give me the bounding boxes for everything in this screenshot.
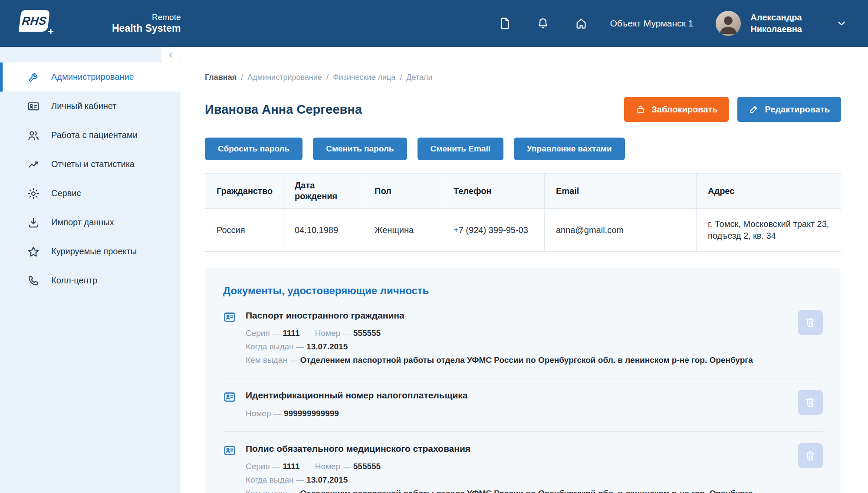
document-item-medical-insurance: Полис обязательного медицинского страхов… (223, 443, 823, 493)
main-content: Главная / Администрирование / Физические… (181, 47, 868, 493)
breadcrumb-administration[interactable]: Администрирование (247, 73, 322, 82)
reset-password-button[interactable]: Сбросить пароль (205, 138, 302, 160)
delete-document-button[interactable] (798, 310, 823, 335)
edit-button[interactable]: Редактировать (737, 97, 841, 122)
cell-phone: +7 (924) 399-95-03 (442, 209, 545, 252)
document-series-number-line: Серия — 1111 Номер — 555555 (246, 460, 783, 473)
documents-section-title: Документы, удостоверяющие личность (223, 285, 823, 297)
document-body: Полис обязательного медицинского страхов… (246, 443, 798, 493)
lock-icon (635, 104, 646, 115)
document-body: Идентификационный номер налогоплательщик… (246, 390, 798, 420)
document-divider (223, 378, 823, 378)
rhs-logo: RHS + (20, 9, 55, 38)
trash-icon (804, 396, 816, 408)
document-series-number-line: Серия — 1111 Номер — 555555 (246, 326, 783, 340)
chevron-left-icon (167, 51, 175, 59)
cell-address: г. Томск, Московский тракт 23, подъезд 2… (697, 209, 841, 252)
id-document-icon (223, 391, 236, 404)
id-document-icon (223, 311, 236, 324)
brand-text: Remote Health System (112, 13, 181, 34)
table-header-row: Гражданство Дата рождения Пол Телефон Em… (205, 174, 841, 209)
patients-icon (27, 129, 40, 142)
star-icon (27, 245, 40, 258)
user-menu[interactable]: Александра Николаевна (716, 11, 848, 36)
trash-icon (804, 450, 816, 462)
change-email-button[interactable]: Сменить Email (418, 138, 503, 160)
document-divider (223, 431, 823, 432)
header-citizenship: Гражданство (205, 174, 283, 209)
document-issuer-line: Кем выдан — Отделением паспортной работы… (246, 486, 783, 493)
page-title: Иванова Анна Сергеевна (205, 102, 362, 117)
cell-email: anna@gmail.com (545, 209, 697, 252)
sidebar: Администрирование Личный кабинет Работа … (0, 47, 181, 493)
user-name: Александра Николаевна (750, 12, 802, 35)
breadcrumb-separator: / (326, 73, 329, 82)
wrench-icon (27, 71, 40, 84)
sidebar-item-patients[interactable]: Работа с пациентами (0, 121, 181, 150)
sidebar-item-call-center[interactable]: Колл-центр (0, 266, 181, 295)
document-body: Паспорт иностранного гражданина Серия — … (246, 310, 798, 367)
breadcrumb-details: Детали (406, 73, 432, 82)
header-phone: Телефон (442, 174, 545, 209)
phone-icon (27, 274, 40, 287)
home-icon[interactable] (574, 16, 588, 30)
document-name: Паспорт иностранного гражданина (246, 310, 783, 321)
rhs-logo-text: RHS (21, 14, 47, 28)
breadcrumb-separator: / (241, 73, 243, 82)
document-issue-date-line: Когда выдан — 13.07.2015 (246, 473, 783, 486)
sidebar-item-service[interactable]: Сервис (0, 179, 181, 208)
cell-gender: Женщина (363, 209, 442, 252)
table-row: Россия 04.10.1989 Женщина +7 (924) 399-9… (205, 209, 841, 252)
title-buttons: Заблокировать Редактировать (624, 97, 841, 122)
import-icon (27, 216, 40, 229)
person-info-table: Гражданство Дата рождения Пол Телефон Em… (205, 173, 841, 252)
chevron-down-icon[interactable] (835, 17, 848, 30)
document-item-tax-id: Идентификационный номер налогоплательщик… (223, 390, 823, 420)
header-email: Email (545, 174, 697, 209)
account-actions: Сбросить пароль Сменить пароль Сменить E… (205, 138, 841, 160)
cell-citizenship: Россия (205, 209, 283, 252)
sidebar-item-administration[interactable]: Администрирование (0, 62, 181, 92)
shell: Администрирование Личный кабинет Работа … (0, 47, 868, 493)
object-selector[interactable]: Объект Мурманск 1 (610, 18, 693, 29)
edit-pencil-icon (749, 104, 759, 115)
header-gender: Пол (363, 174, 442, 209)
document-name: Полис обязательного медицинского страхов… (246, 443, 783, 454)
avatar (716, 11, 741, 36)
sidebar-item-personal-cabinet[interactable]: Личный кабинет (0, 92, 181, 121)
document-item-foreign-passport: Паспорт иностранного гражданина Серия — … (223, 310, 823, 367)
chart-icon (27, 158, 40, 171)
title-row: Иванова Анна Сергеевна Заблокировать Ред… (205, 97, 841, 122)
id-document-icon (223, 444, 236, 457)
gear-icon (27, 187, 40, 200)
trash-icon (804, 316, 816, 329)
sidebar-item-data-import[interactable]: Импорт данных (0, 208, 181, 237)
id-card-icon (27, 100, 40, 113)
rhs-logo-shape: RHS (19, 10, 50, 32)
document-number-line: Номер — 999999999999 (246, 407, 783, 420)
breadcrumb-separator: / (400, 73, 402, 82)
delete-document-button[interactable] (798, 443, 823, 468)
cell-birthdate: 04.10.1989 (283, 209, 363, 252)
block-user-button[interactable]: Заблокировать (624, 97, 729, 122)
breadcrumb-individuals[interactable]: Физические лица (333, 73, 395, 82)
sidebar-collapse-button[interactable] (161, 47, 181, 63)
document-name: Идентификационный номер налогоплательщик… (246, 390, 783, 401)
shift-management-button[interactable]: Управление вахтами (514, 138, 625, 160)
file-icon[interactable] (498, 16, 512, 30)
delete-document-button[interactable] (798, 390, 823, 415)
breadcrumb-home[interactable]: Главная (205, 73, 237, 82)
change-password-button[interactable]: Сменить пароль (313, 138, 407, 160)
sidebar-item-curated-projects[interactable]: Курируемые проекты (0, 237, 181, 266)
sidebar-item-reports[interactable]: Отчеты и статистика (0, 150, 181, 179)
top-header: RHS + Remote Health System Объект Мурман… (0, 0, 868, 47)
header-birthdate: Дата рождения (283, 174, 363, 209)
app-root: RHS + Remote Health System Объект Мурман… (0, 0, 868, 493)
bell-icon[interactable] (536, 16, 550, 30)
header-address: Адрес (697, 174, 841, 209)
breadcrumb: Главная / Администрирование / Физические… (205, 73, 841, 82)
identity-documents-panel: Документы, удостоверяющие личность Паспо… (205, 268, 841, 493)
document-issuer-line: Кем выдан — Отделением паспортной работы… (246, 353, 783, 367)
document-issue-date-line: Когда выдан — 13.07.2015 (246, 340, 783, 353)
rhs-logo-plus: + (48, 26, 54, 37)
